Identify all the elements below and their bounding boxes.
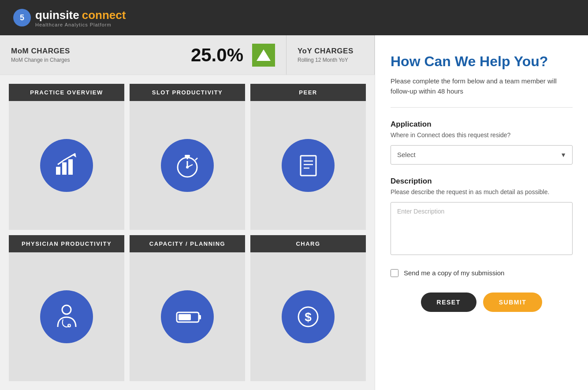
submit-button[interactable]: SUBMIT (483, 292, 543, 312)
physician-productivity-icon (40, 290, 93, 343)
svg-rect-1 (62, 162, 67, 175)
right-panel: How Can We Help You? Please complete the… (375, 35, 588, 390)
peer-header: PEER (250, 84, 366, 101)
description-field-group: Description Please describe the request … (391, 177, 573, 257)
logo-icon: 5 (13, 9, 31, 26)
charges-body: $ (250, 252, 366, 381)
application-select[interactable]: Select Practice Overview Slot Productivi… (391, 145, 573, 165)
form-title: How Can We Help You? (391, 53, 573, 70)
logo-quinsite: quinsite (35, 8, 79, 22)
form-divider (391, 107, 573, 108)
checkbox-row: Send me a copy of my submission (391, 269, 573, 277)
copy-checkbox-label: Send me a copy of my submission (404, 269, 504, 277)
peer-card[interactable]: PEER (250, 84, 366, 230)
peer-icon (282, 139, 335, 192)
mom-charges-card: MoM CHARGES MoM Change in Charges 25.0% (0, 35, 287, 75)
slot-productivity-icon (161, 139, 214, 192)
svg-rect-11 (301, 156, 316, 176)
mom-charges-subtitle: MoM Change in Charges (11, 57, 182, 63)
application-field-group: Application Where in Connect does this r… (391, 120, 573, 165)
application-desc: Where in Connect does this request resid… (391, 131, 573, 140)
svg-point-9 (186, 166, 189, 169)
logo-connect: connect (82, 8, 126, 22)
capacity-planning-body (130, 252, 245, 381)
yoy-charges-title: YoY CHARGES (298, 47, 363, 56)
app-header: 5 quinsite connect Healthcare Analytics … (0, 0, 588, 35)
description-label: Description (391, 177, 573, 186)
description-desc: Please describe the request in as much d… (391, 188, 573, 197)
svg-rect-2 (68, 159, 73, 175)
logo-subtitle: Healthcare Analytics Platform (35, 22, 126, 27)
copy-checkbox[interactable] (391, 269, 398, 277)
reset-button[interactable]: RESET (421, 292, 476, 312)
logo: 5 quinsite connect Healthcare Analytics … (13, 8, 126, 27)
charges-card[interactable]: CHARG $ (250, 235, 366, 381)
application-select-wrapper: Select Practice Overview Slot Productivi… (391, 145, 573, 165)
svg-line-10 (195, 158, 197, 160)
yoy-charges-info: YoY CHARGES Rolling 12 Month YoY (298, 47, 363, 63)
grid-container: PRACTICE OVERVIEW (0, 75, 375, 390)
svg-rect-18 (199, 315, 201, 319)
svg-rect-19 (179, 314, 191, 320)
slot-productivity-card[interactable]: SLOT PRODUCTIVITY (130, 84, 245, 230)
practice-overview-card[interactable]: PRACTICE OVERVIEW (9, 84, 124, 230)
peer-body (250, 101, 366, 230)
mom-up-arrow (252, 44, 275, 67)
practice-overview-body (9, 101, 124, 230)
stats-bar: MoM CHARGES MoM Change in Charges 25.0% … (0, 35, 375, 75)
yoy-charges-subtitle: Rolling 12 Month YoY (298, 57, 363, 63)
physician-productivity-body (9, 252, 124, 381)
yoy-charges-card: YoY CHARGES Rolling 12 Month YoY (287, 35, 375, 75)
slot-productivity-header: SLOT PRODUCTIVITY (130, 84, 245, 101)
svg-point-15 (62, 305, 71, 314)
slot-productivity-body (130, 101, 245, 230)
capacity-planning-card[interactable]: CAPACITY / PLANNING (130, 235, 245, 381)
mom-charges-value: 25.0% (191, 45, 243, 66)
svg-rect-5 (185, 155, 190, 157)
description-textarea[interactable] (391, 202, 573, 255)
physician-productivity-header: PHYSICIAN PRODUCTIVITY (9, 235, 124, 252)
mom-charges-info: MoM CHARGES MoM Change in Charges (11, 47, 182, 63)
buttons-row: RESET SUBMIT (391, 292, 573, 312)
main-layout: MoM CHARGES MoM Change in Charges 25.0% … (0, 35, 588, 390)
charges-icon: $ (282, 290, 335, 343)
practice-overview-header: PRACTICE OVERVIEW (9, 84, 124, 101)
svg-text:$: $ (305, 310, 312, 324)
physician-productivity-card[interactable]: PHYSICIAN PRODUCTIVITY (9, 235, 124, 381)
arrow-up-icon (257, 49, 271, 61)
left-panel: MoM CHARGES MoM Change in Charges 25.0% … (0, 35, 375, 390)
capacity-planning-header: CAPACITY / PLANNING (130, 235, 245, 252)
logo-text: quinsite connect Healthcare Analytics Pl… (35, 8, 126, 27)
mom-charges-title: MoM CHARGES (11, 47, 182, 56)
application-label: Application (391, 120, 573, 129)
form-subtitle: Please complete the form below and a tea… (391, 76, 573, 96)
capacity-planning-icon (161, 290, 214, 343)
svg-rect-0 (56, 167, 60, 175)
practice-overview-icon (40, 139, 93, 192)
charges-header: CHARG (250, 235, 366, 252)
